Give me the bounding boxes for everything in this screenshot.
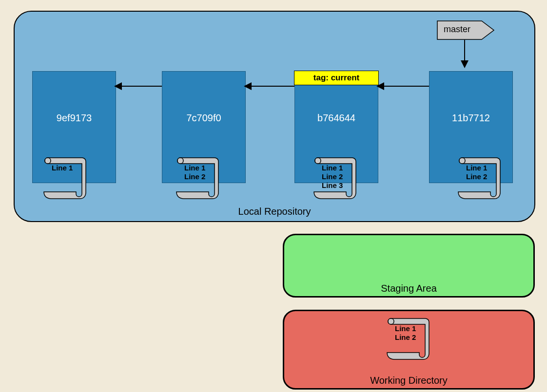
file-contents: Line 1 — [52, 164, 73, 172]
staging-area-box: Staging Area — [283, 234, 535, 298]
local-repository-label: Local Repository — [238, 206, 311, 217]
branch-name-label: master — [444, 24, 470, 35]
working-directory-label: Working Directory — [370, 375, 448, 386]
file-contents: Line 1 Line 2 Line 3 — [322, 164, 343, 190]
arrow-master-to-commit — [464, 40, 465, 67]
branch-pointer-master: master — [437, 20, 494, 40]
commit-parent-arrow — [115, 86, 162, 87]
commit-hash: b764644 — [295, 112, 378, 124]
file-scroll-icon: Line 1 — [42, 156, 88, 200]
file-contents: Line 1 Line 2 — [466, 164, 487, 181]
commit-hash: 7c709f0 — [162, 112, 245, 124]
file-contents: Line 1 Line 2 — [395, 324, 416, 342]
commit-parent-arrow — [377, 86, 429, 87]
commit-hash: 9ef9173 — [33, 112, 116, 124]
commit-hash: 11b7712 — [430, 112, 512, 124]
file-scroll-icon: Line 1 Line 2 — [385, 317, 431, 360]
file-scroll-icon: Line 1 Line 2 — [175, 156, 220, 200]
commit-parent-arrow — [245, 86, 294, 87]
commit-tag: tag: current — [294, 71, 379, 85]
file-scroll-icon: Line 1 Line 2 — [456, 156, 502, 200]
file-contents: Line 1 Line 2 — [184, 164, 205, 181]
file-scroll-icon: Line 1 Line 2 Line 3 — [312, 156, 358, 200]
staging-area-label: Staging Area — [381, 283, 437, 294]
